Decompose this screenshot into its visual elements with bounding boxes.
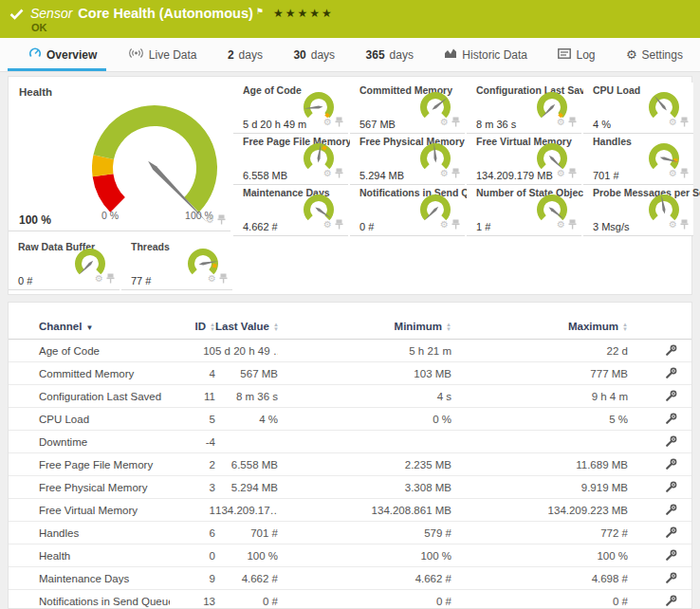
flag-icon[interactable]: ⚑ (256, 7, 264, 16)
pin-icon[interactable] (335, 216, 343, 233)
pin-icon[interactable] (568, 114, 577, 131)
pin-icon[interactable] (335, 114, 343, 131)
table-row[interactable]: Free Virtual Memory1134.209.17…134.208.8… (9, 499, 692, 522)
channel-settings-icon[interactable] (665, 526, 678, 541)
channel-settings-icon[interactable] (665, 594, 678, 609)
gauge-value: 567 MB (359, 119, 396, 130)
channel-table: Channel▼ID▲▼Last Value▲▼Minimum▲▼Maximum… (9, 316, 692, 609)
cell-minimum: 579 # (278, 522, 451, 544)
channel-settings-icon[interactable] (665, 389, 678, 404)
gear-icon: ⚙ (626, 47, 637, 62)
tab-overview[interactable]: Overview (25, 38, 101, 71)
pin-icon[interactable] (680, 114, 689, 131)
table-row[interactable]: Configuration Last Saved118 m 36 s4 s9 h… (9, 385, 692, 408)
gear-icon[interactable]: ⚙ (440, 169, 449, 178)
gear-icon[interactable]: ⚙ (557, 220, 565, 230)
gear-icon[interactable]: ⚙ (557, 169, 565, 178)
channel-settings-icon[interactable] (665, 548, 678, 563)
pin-icon[interactable] (680, 165, 689, 182)
column-header-min[interactable]: Minimum▲▼ (278, 316, 451, 340)
channel-settings-icon[interactable] (665, 343, 678, 359)
cell-last-value: 8 m 36 s (215, 385, 278, 408)
pin-icon[interactable] (451, 165, 460, 182)
column-header-max[interactable]: Maximum▲▼ (451, 316, 628, 340)
priority-stars[interactable]: ★★★★★ (273, 7, 334, 20)
pin-icon[interactable] (451, 114, 460, 131)
cell-channel: Configuration Last Saved (9, 385, 170, 408)
gear-icon[interactable]: ⚙ (440, 220, 449, 230)
table-row[interactable]: Committed Memory4567 MB103 MB777 MB (9, 362, 692, 385)
channel-settings-icon[interactable] (665, 457, 678, 472)
table-header-row: Channel▼ID▲▼Last Value▲▼Minimum▲▼Maximum… (9, 316, 692, 340)
gear-icon[interactable]: ⚙ (206, 215, 214, 225)
tab-label: days (311, 48, 335, 62)
pin-icon[interactable] (106, 270, 115, 287)
pin-icon[interactable] (217, 212, 226, 229)
table-row[interactable]: Free Page File Memory26.558 MB2.235 MB11… (9, 453, 692, 476)
gear-icon[interactable]: ⚙ (323, 169, 332, 178)
table-row[interactable]: Health0100 %100 %100 % (9, 544, 692, 567)
cell-maximum: 4.698 # (451, 567, 628, 590)
gear-icon[interactable]: ⚙ (323, 118, 332, 127)
gear-icon[interactable]: ⚙ (669, 220, 677, 230)
cell-last-value: 134.209.17… (215, 499, 278, 522)
tab-historic-data[interactable]: Historic Data (440, 38, 531, 71)
channel-settings-icon[interactable] (665, 480, 678, 495)
cell-last-value: 0 # (215, 590, 278, 609)
cell-maximum: 22 d (451, 340, 628, 362)
table-row[interactable]: Notifications in Send Queue130 #0 #0 # (9, 590, 692, 609)
tab-2-days[interactable]: 2days (224, 38, 267, 71)
cell-id: 6 (170, 522, 215, 544)
cell-maximum: 100 % (451, 544, 628, 567)
channel-settings-icon[interactable] (665, 503, 678, 518)
pin-icon[interactable] (568, 165, 577, 182)
tab-live-data[interactable]: Live Data (124, 38, 201, 71)
cell-channel: Free Physical Memory (9, 476, 170, 499)
table-row[interactable]: Handles6701 #579 #772 # (9, 522, 692, 544)
table-row[interactable]: Age of Code105 d 20 h 49 …5 h 21 m22 d (9, 340, 692, 362)
gear-icon[interactable]: ⚙ (669, 118, 677, 127)
table-row[interactable]: Free Physical Memory35.294 MB3.308 MB9.9… (9, 476, 692, 499)
table-row[interactable]: CPU Load54 %0 %5 % (9, 408, 692, 431)
tab-365-days[interactable]: 365days (362, 38, 417, 71)
channel-settings-icon[interactable] (665, 366, 678, 381)
tab-log[interactable]: Log (554, 38, 599, 71)
gauge-title: CPU Load (593, 84, 640, 96)
gear-icon[interactable]: ⚙ (669, 169, 677, 178)
gauge-value: 100 % (19, 213, 51, 227)
pin-icon[interactable] (451, 216, 460, 233)
tab-30-days[interactable]: 30days (289, 38, 339, 71)
gauge-tile-free-virtual-memory: Free Virtual Memory134.209.179 MB⚙ (467, 134, 581, 185)
cell-channel: Maintenance Days (9, 567, 170, 590)
cell-id: 0 (170, 544, 215, 567)
table-row[interactable]: Maintenance Days94.662 #4.662 #4.698 # (9, 567, 692, 590)
pin-icon[interactable] (568, 216, 577, 233)
cell-id: 1 (170, 499, 215, 522)
sensor-kind-label: Sensor (30, 6, 72, 21)
gear-icon[interactable]: ⚙ (323, 220, 332, 230)
cell-id: 9 (170, 567, 215, 590)
pin-icon[interactable] (335, 165, 343, 182)
gauge-title: Handles (593, 136, 632, 147)
gear-icon[interactable]: ⚙ (95, 274, 103, 284)
gear-icon[interactable]: ⚙ (208, 274, 216, 284)
gear-icon[interactable]: ⚙ (440, 118, 449, 127)
pin-icon[interactable] (219, 270, 228, 287)
column-header-last[interactable]: Last Value▲▼ (215, 316, 278, 340)
column-header-id[interactable]: ID▲▼ (170, 316, 215, 340)
cell-channel: Age of Code (9, 340, 170, 362)
cell-channel: Notifications in Send Queue (9, 590, 170, 609)
channel-settings-icon[interactable] (665, 434, 678, 450)
sort-icon: ▲▼ (446, 323, 451, 332)
tab-settings[interactable]: ⚙Settings (622, 38, 687, 71)
pin-icon[interactable] (680, 216, 689, 233)
cell-id: 10 (170, 340, 215, 362)
gear-icon[interactable]: ⚙ (557, 118, 565, 127)
column-header-channel[interactable]: Channel▼ (9, 316, 170, 340)
tab-number: 365 (366, 48, 385, 62)
gauge-value: 1 # (476, 221, 490, 232)
table-row[interactable]: Downtime-4 (9, 431, 692, 453)
channel-settings-icon[interactable] (665, 412, 678, 427)
cell-channel: Downtime (9, 431, 170, 453)
channel-settings-icon[interactable] (665, 571, 678, 586)
